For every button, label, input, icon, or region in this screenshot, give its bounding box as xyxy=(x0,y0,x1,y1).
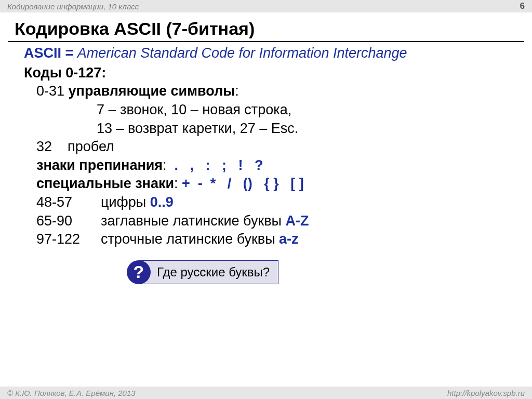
title-rule xyxy=(8,41,524,42)
control-symbols-row: 0-31 управляющие символы: xyxy=(24,82,526,101)
footer-url[interactable]: http://kpolyakov.spb.ru xyxy=(447,389,525,397)
ctrl-examples-1: 7 – звонок, 10 – новая строка, xyxy=(24,101,526,119)
digits-label: цифры xyxy=(101,194,150,210)
topic-label: Кодирование информации, 10 класс xyxy=(7,2,139,11)
footer-bar: © К.Ю. Поляков, Е.А. Ерёмин, 2013 http:/… xyxy=(0,387,532,399)
page-number: 6 xyxy=(520,1,525,11)
ascii-expansion: American Standard Code for Information I… xyxy=(77,45,407,61)
punct-symbols: . , : ; ! ? xyxy=(167,157,263,173)
upper-label: заглавные латинские буквы xyxy=(101,213,285,229)
digits-range: 48-57 xyxy=(36,193,101,212)
top-bar: Кодирование информации, 10 класс 6 xyxy=(0,0,532,12)
ascii-term: ASCII = xyxy=(24,45,77,61)
question-callout: ? Где русские буквы? xyxy=(138,260,278,284)
special-symbols: + - * / () { } [ ] xyxy=(178,176,304,191)
lower-label: строчные латинские буквы xyxy=(101,231,279,247)
codes-range-header: Коды 0-127: xyxy=(24,64,526,83)
punctuation-row: знаки препинания: . , : ; ! ? xyxy=(24,156,526,175)
space-label: пробел xyxy=(68,139,114,154)
digits-value: 0..9 xyxy=(150,194,174,210)
upper-value: A-Z xyxy=(285,213,309,229)
ctrl-range: 0-31 xyxy=(36,83,64,99)
punct-label: знаки препинания xyxy=(36,157,163,173)
content-area: ASCII = American Standard Code for Infor… xyxy=(0,43,532,284)
space-row: 32 пробел xyxy=(24,138,526,156)
ctrl-examples-2: 13 – возврат каретки, 27 – Esc. xyxy=(24,119,526,138)
special-row: специальные знаки: + - * / () { } [ ] xyxy=(24,175,526,193)
digits-row: 48-57 цифры 0..9 xyxy=(24,193,526,212)
space-code: 32 xyxy=(36,139,52,154)
slide-title: Кодировка ASCII (7-битная) xyxy=(0,12,532,41)
ctrl-label: управляющие символы xyxy=(69,83,235,99)
ascii-definition: ASCII = American Standard Code for Infor… xyxy=(24,44,526,63)
copyright-text: © К.Ю. Поляков, Е.А. Ерёмин, 2013 xyxy=(7,389,136,397)
ctrl-colon: : xyxy=(235,83,239,99)
question-mark-icon: ? xyxy=(127,260,151,284)
uppercase-row: 65-90 заглавные латинские буквы A-Z xyxy=(24,212,526,231)
lower-range: 97-122 xyxy=(36,230,101,249)
lower-value: a-z xyxy=(279,231,299,247)
question-text: Где русские буквы? xyxy=(157,264,270,281)
special-label: специальные знаки xyxy=(36,176,174,191)
lowercase-row: 97-122 строчные латинские буквы a-z xyxy=(24,230,526,249)
upper-range: 65-90 xyxy=(36,212,101,231)
special-colon: : xyxy=(174,176,178,191)
punct-colon: : xyxy=(163,157,167,173)
